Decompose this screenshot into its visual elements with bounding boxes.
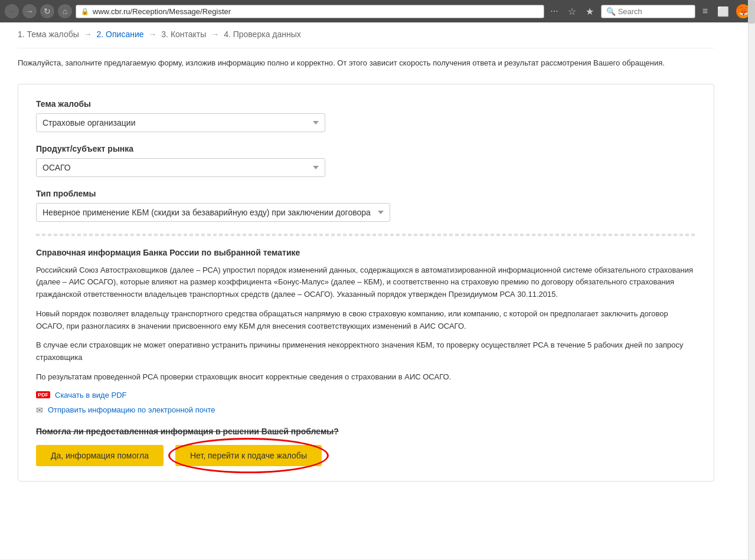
subject-group: Тема жалобы Страховые организации [36, 99, 696, 132]
arrow3: → [211, 30, 219, 39]
reload-button[interactable]: ↻ [40, 4, 54, 18]
question-text: Помогла ли предоставленная информация в … [36, 427, 339, 436]
product-group: Продукт/субъект рынка ОСАГО [36, 144, 696, 177]
email-link[interactable]: ✉ Отправить информацию по электронной по… [36, 405, 696, 415]
url-text: www.cbr.ru/Reception/Message/Register [93, 7, 539, 16]
browser-toolbar: ← → ↻ ⌂ 🔒 www.cbr.ru/Reception/Message/R… [0, 0, 755, 22]
step2-label[interactable]: 2. Описание [97, 30, 144, 39]
bookmark-button[interactable]: ☆ [566, 5, 578, 18]
info-title: Справочная информация Банка России по вы… [36, 248, 696, 257]
email-send-link[interactable]: Отправить информацию по электронной почт… [48, 405, 215, 414]
subject-select[interactable]: Страховые организации [36, 113, 325, 132]
step3-label: 3. Контакты [161, 30, 206, 39]
arrow1: → [84, 30, 92, 39]
forward-button[interactable]: → [22, 4, 37, 18]
steps-nav: 1. Тема жалобы → 2. Описание → 3. Контак… [18, 22, 714, 48]
info-section: Справочная информация Банка России по вы… [36, 248, 696, 415]
question-label: Помогла ли предоставленная информация в … [36, 427, 696, 436]
subject-label: Тема жалобы [36, 99, 696, 109]
product-select[interactable]: ОСАГО [36, 158, 325, 177]
home-button[interactable]: ⌂ [58, 4, 72, 18]
info-paragraph4: По результатам проведенной РСА проверки … [36, 371, 696, 384]
no-button[interactable]: Нет, перейти к подаче жалобы [175, 445, 322, 466]
tabs-button[interactable]: ⬜ [715, 5, 731, 18]
step1-label: 1. Тема жалобы [18, 30, 79, 39]
pdf-badge: PDF [36, 391, 50, 398]
info-paragraph1: Российский Союз Автостраховщиков (далее … [36, 264, 696, 301]
pdf-download-link[interactable]: Скачать в виде PDF [55, 391, 126, 399]
envelope-icon: ✉ [36, 405, 43, 415]
search-icon: 🔍 [606, 7, 616, 16]
search-bar[interactable]: 🔍 [601, 5, 695, 18]
info-paragraph2: Новый порядок позволяет владельцу трансп… [36, 308, 696, 333]
problem-label: Тип проблемы [36, 189, 696, 198]
lock-icon: 🔒 [81, 8, 89, 15]
button-group: Да, информация помогла Нет, перейти к по… [36, 445, 696, 466]
info-paragraph3: В случае если страховщик не может операт… [36, 339, 696, 364]
yes-button[interactable]: Да, информация помогла [36, 445, 164, 466]
wavy-divider [36, 234, 696, 236]
sidebar-button[interactable]: ≡ [700, 5, 710, 18]
back-button[interactable]: ← [5, 4, 19, 18]
search-input[interactable] [618, 7, 690, 16]
address-bar[interactable]: 🔒 www.cbr.ru/Reception/Message/Register [76, 5, 544, 18]
step4-label: 4. Проверка данных [224, 30, 301, 39]
toolbar-right: ··· ☆ ★ 🔍 ≡ ⬜ 🦊 [548, 4, 750, 18]
scrollbar-thumb[interactable] [748, 0, 755, 24]
no-button-wrapper: Нет, перейти к подаче жалобы [175, 445, 322, 466]
form-card: Тема жалобы Страховые организации Продук… [18, 84, 714, 482]
intro-text: Пожалуйста, заполните предлагаемую форму… [18, 57, 714, 69]
pdf-link[interactable]: PDF Скачать в виде PDF [36, 391, 696, 399]
problem-select[interactable]: Неверное применение КБМ (скидки за безав… [36, 203, 390, 222]
menu-button[interactable]: ··· [548, 5, 560, 18]
scrollbar-track[interactable] [748, 0, 755, 559]
arrow2: → [148, 30, 156, 39]
star-button[interactable]: ★ [583, 5, 596, 18]
main-content: 1. Тема жалобы → 2. Описание → 3. Контак… [0, 22, 732, 559]
product-label: Продукт/субъект рынка [36, 144, 696, 153]
page-wrapper: 1. Тема жалобы → 2. Описание → 3. Контак… [0, 22, 755, 559]
browser-chrome: ← → ↻ ⌂ 🔒 www.cbr.ru/Reception/Message/R… [0, 0, 755, 22]
question-section: Помогла ли предоставленная информация в … [36, 427, 696, 466]
problem-group: Тип проблемы Неверное применение КБМ (ск… [36, 189, 696, 222]
